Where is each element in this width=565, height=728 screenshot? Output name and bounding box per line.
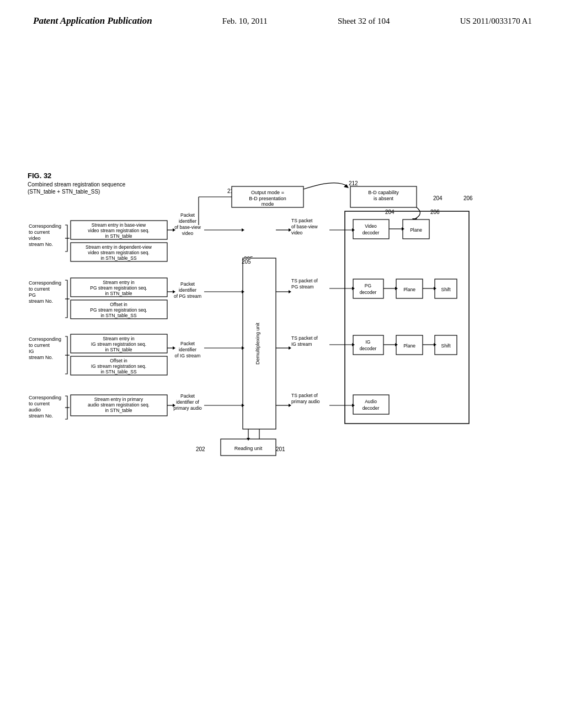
stream-entry-audio-2: audio stream registration seq.	[88, 402, 150, 408]
node-204-label: 204	[433, 195, 443, 201]
corr-video-2: to current	[29, 229, 50, 235]
svg-rect-64	[353, 395, 389, 414]
corr-audio-4: stream No.	[29, 413, 53, 419]
fig-sublabel-2: (STN_table + STN_table_SS)	[28, 189, 100, 195]
figure-32-diagram: FIG. 32 Combined stream registration seq…	[28, 170, 535, 528]
corr-pg-2: to current	[29, 286, 50, 292]
corr-audio-2: to current	[29, 401, 50, 406]
pg-plane-label: Plane	[403, 287, 415, 292]
pkt-id-audio-3: primary audio	[173, 405, 202, 411]
demux-unit-label: Demultiplexing unit	[255, 322, 260, 365]
offset-ig-1: Offset in	[110, 358, 127, 363]
ts-pkt-base-2: of base-view	[291, 224, 318, 229]
ts-pkt-pg-2: PG stream	[291, 284, 314, 290]
node-212-label: 212	[349, 180, 358, 186]
pkt-id-pg-3: of PG stream	[174, 293, 201, 299]
stream-entry-dep-1: Stream entry in dependent-view	[86, 244, 152, 250]
ig-plane-label: Plane	[403, 343, 415, 349]
bd-cap-text2: is absent	[374, 196, 394, 201]
corr-ig-3: IG	[29, 349, 34, 354]
ig-shift-label: Shift	[441, 343, 451, 349]
output-mode-text1: Output mode =	[251, 190, 284, 195]
pkt-id-base-4: video	[182, 231, 194, 236]
pkt-id-base-2: identifier	[179, 218, 196, 224]
corr-video-1: Corresponding	[29, 223, 61, 229]
corr-audio-3: audio	[29, 407, 41, 413]
node-201-label: 201	[276, 446, 285, 452]
node-205: 205	[242, 259, 251, 265]
sheet-label: Sheet 32 of 104	[338, 17, 390, 26]
pkt-id-pg-2: identifier	[179, 287, 196, 293]
node-202-label: 202	[196, 446, 205, 452]
reading-unit-label: Reading unit	[234, 446, 263, 451]
pkt-id-base-1: Packet	[180, 212, 195, 218]
node-206-label: 206	[463, 195, 473, 201]
pg-decoder-2: decoder	[360, 290, 377, 295]
svg-marker-35	[289, 290, 291, 293]
stream-entry-base-1: Stream entry in base-view	[92, 222, 146, 228]
video-plane-label: Plane	[410, 227, 422, 233]
stream-entry-pg-2: PG stream registration seq.	[90, 285, 147, 291]
ts-pkt-ig-2: IG stream	[291, 341, 312, 347]
pg-shift-label: Shift	[441, 287, 451, 292]
offset-pg-1: Offset in	[110, 302, 127, 307]
corr-pg-1: Corresponding	[29, 280, 61, 286]
stream-entry-dep-3: in STN_table_SS	[100, 255, 137, 261]
corr-pg-3: PG	[29, 292, 36, 298]
video-decoder-1: Video	[365, 223, 377, 229]
page-header: Patent Application Publication Feb. 10, …	[0, 0, 565, 26]
date-label: Feb. 10, 2011	[222, 17, 268, 26]
video-decoder-2: decoder	[363, 230, 380, 235]
output-mode-text2: B-D presentation	[249, 196, 286, 201]
svg-marker-25	[242, 228, 244, 232]
offset-pg-2: PG stream registration seq.	[90, 307, 147, 313]
stream-entry-base-2: video stream registration seq.	[88, 228, 150, 233]
ts-pkt-base-3: video	[291, 230, 303, 235]
node-206-top: 206	[430, 209, 440, 215]
ig-decoder-1: IG	[366, 339, 371, 345]
pg-decoder-1: PG	[365, 283, 371, 288]
corr-ig-1: Corresponding	[29, 336, 61, 342]
stream-entry-ig-1: Stream entry in	[103, 336, 135, 341]
ts-pkt-pg-1: TS packet of	[291, 278, 318, 283]
bd-cap-text1: B-D capability	[368, 190, 399, 195]
patent-label: US 2011/0033170 A1	[460, 17, 532, 26]
pkt-id-audio-2: identifier of	[176, 399, 199, 405]
svg-marker-18	[173, 346, 175, 350]
stream-entry-audio-1: Stream entry in primary	[94, 397, 143, 402]
node-204-top: 204	[385, 209, 395, 215]
ts-pkt-audio-2: primary audio	[291, 399, 320, 404]
corr-audio-1: Corresponding	[29, 395, 61, 400]
pkt-id-ig-3: of IG stream	[175, 353, 201, 358]
pkt-id-pg-1: Packet	[180, 281, 195, 287]
svg-rect-46	[353, 279, 383, 298]
svg-rect-40	[353, 220, 389, 239]
stream-entry-ig-3: in STN_table	[105, 347, 132, 352]
stream-entry-audio-3: in STN_table	[105, 408, 132, 413]
audio-decoder-1: Audio	[365, 399, 377, 404]
diagram-area: FIG. 32 Combined stream registration seq…	[0, 38, 565, 699]
pkt-id-ig-2: identifier	[179, 347, 196, 352]
corr-video-4: stream No.	[29, 242, 53, 247]
stream-entry-ig-2: IG stream registration seq.	[91, 341, 146, 347]
ig-decoder-2: decoder	[360, 346, 377, 351]
ts-pkt-base-1: TS packet	[291, 218, 313, 223]
ts-pkt-audio-1: TS packet of	[291, 393, 318, 398]
svg-rect-55	[353, 335, 383, 355]
svg-rect-71	[345, 211, 469, 424]
corr-pg-4: stream No.	[29, 298, 53, 304]
offset-pg-3: in STN_table_SS	[100, 313, 137, 318]
stream-entry-pg-3: in STN_table	[105, 291, 132, 296]
offset-ig-2: IG stream registration seq.	[91, 363, 146, 369]
corr-video-3: video	[29, 235, 41, 241]
offset-ig-3: in STN_table_SS	[100, 369, 137, 374]
pkt-id-ig-1: Packet	[180, 341, 195, 346]
pkt-id-audio-1: Packet	[180, 393, 195, 399]
stream-entry-dep-2: video stream registration seq.	[88, 250, 150, 255]
stream-entry-base-3: in STN_table	[105, 233, 132, 239]
publication-label: Patent Application Publication	[33, 15, 152, 26]
ts-pkt-ig-1: TS packet of	[291, 335, 318, 341]
stream-entry-pg-1: Stream entry in	[103, 280, 135, 285]
output-mode-text3: mode	[262, 201, 274, 207]
corr-ig-4: stream No.	[29, 355, 53, 360]
